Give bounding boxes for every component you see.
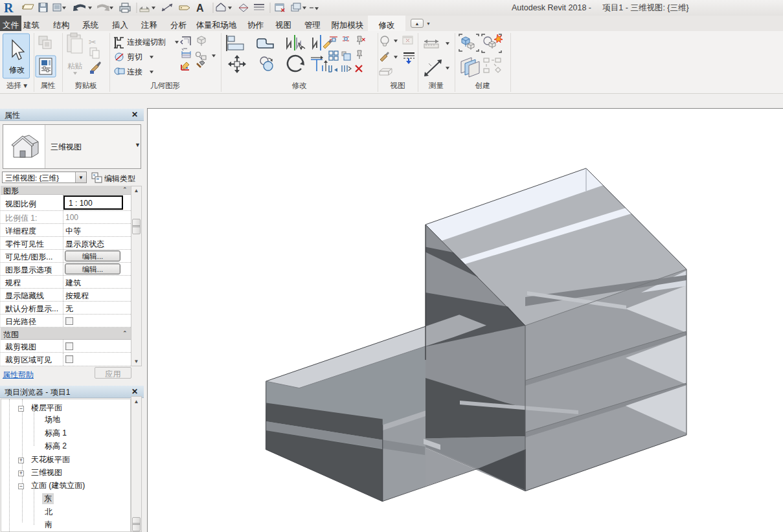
svg-text:连接端切割: 连接端切割	[127, 38, 166, 47]
svg-text:A: A	[196, 3, 204, 14]
svg-text:剪切: 剪切	[127, 52, 142, 61]
svg-text:✂: ✂	[89, 37, 96, 47]
svg-text:粘贴: 粘贴	[67, 62, 83, 70]
svg-text:连接: 连接	[127, 67, 142, 76]
svg-text:R: R	[4, 1, 14, 15]
svg-text:✕: ✕	[280, 7, 286, 14]
svg-text:✕: ✕	[361, 37, 366, 43]
svg-text:修改: 修改	[9, 65, 25, 74]
